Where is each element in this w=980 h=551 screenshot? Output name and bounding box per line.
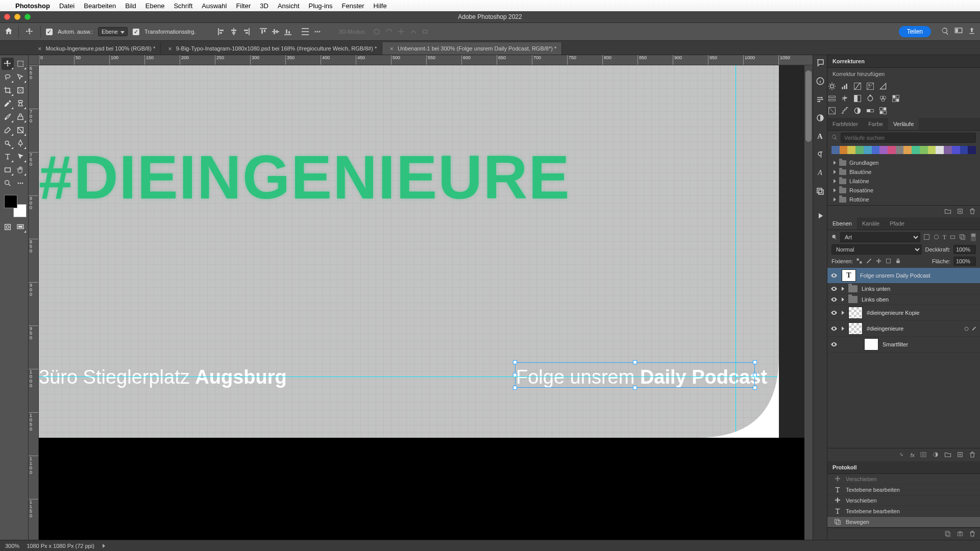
zoom-tool[interactable] [2, 177, 14, 189]
gradient-swatch[interactable] [864, 146, 872, 154]
eyedropper-tool[interactable] [2, 97, 14, 110]
gradient-swatch[interactable] [968, 146, 976, 154]
snapshot-icon[interactable] [957, 530, 964, 538]
gradient-folder-item[interactable]: Grundlagen [829, 158, 978, 167]
rectangle-tool[interactable] [2, 164, 14, 176]
gradient-swatch[interactable] [831, 146, 840, 154]
status-menu-chevron-icon[interactable] [103, 544, 105, 548]
chevron-icon[interactable] [842, 297, 844, 302]
layer-visibility-icon[interactable] [830, 286, 838, 291]
new-group-icon[interactable] [944, 451, 951, 459]
close-tab-icon[interactable]: × [38, 45, 42, 53]
path-selection-tool[interactable] [15, 151, 27, 163]
gradient-swatch[interactable] [872, 146, 880, 154]
gradient-swatch[interactable] [896, 146, 904, 154]
selective-color-icon[interactable] [878, 107, 888, 116]
document-tab[interactable]: × Mockup-Ingenieure.psd bei 100% (RGB/8)… [31, 42, 161, 55]
new-item-icon[interactable] [957, 208, 964, 216]
layer-visibility-icon[interactable] [830, 326, 838, 331]
photo-filter-icon[interactable] [866, 94, 875, 104]
screen-mode-tool[interactable] [15, 221, 27, 233]
tab-ebenen[interactable]: Ebenen [827, 217, 857, 230]
tab-kanaele[interactable]: Kanäle [857, 217, 885, 230]
paragraph-panel-icon[interactable] [816, 150, 825, 159]
transform-controls-checkbox[interactable] [133, 29, 139, 35]
character-panel-icon[interactable]: A [816, 132, 825, 141]
invert-icon[interactable] [827, 107, 837, 116]
tab-farbe[interactable]: Farbe [863, 118, 888, 130]
healing-brush-tool[interactable] [15, 97, 27, 110]
horizontal-guide[interactable] [39, 377, 779, 377]
filter-adjustment-icon[interactable] [933, 234, 940, 241]
vibrance-icon[interactable] [878, 82, 888, 91]
new-layer-icon[interactable] [957, 451, 964, 459]
search-icon[interactable] [941, 27, 949, 36]
chevron-icon[interactable] [842, 311, 844, 315]
filter-smart-icon[interactable] [959, 234, 966, 241]
brush-tool[interactable] [2, 111, 14, 123]
zoom-level[interactable]: 300% [5, 543, 19, 549]
gradient-swatch[interactable] [840, 146, 848, 154]
history-item[interactable]: Textebene bearbeiten [827, 506, 980, 517]
layer-kind-filter[interactable]: Art [840, 232, 920, 242]
link-layers-icon[interactable] [898, 451, 905, 459]
pen-tool[interactable] [15, 137, 27, 149]
vertical-ruler[interactable]: 6507007508008509009501000105011001150 [29, 65, 39, 540]
document-tab[interactable]: × 9-Big-Typo-Instagram-1080x1080.psd bei… [161, 42, 382, 55]
trash-icon[interactable] [969, 208, 976, 216]
history-item[interactable]: Bewegen [827, 517, 980, 528]
close-tab-icon[interactable]: × [168, 45, 172, 53]
align-right-icon[interactable] [240, 26, 252, 37]
auto-select-checkbox[interactable] [46, 29, 53, 35]
gradient-folder-item[interactable]: Rosatöne [829, 186, 978, 195]
gradient-tool[interactable] [15, 124, 27, 136]
export-icon[interactable] [968, 27, 976, 36]
create-document-icon[interactable] [944, 530, 951, 538]
gradient-swatch[interactable] [944, 146, 952, 154]
filter-shape-icon[interactable] [949, 234, 956, 241]
align-hcenter-icon[interactable] [228, 26, 239, 37]
document-tab[interactable]: × Unbenannt-1 bei 300% (Folge unsrem Dai… [382, 42, 562, 55]
layer-visibility-icon[interactable] [830, 310, 838, 315]
menu-plugins[interactable]: Plug-ins [309, 2, 333, 10]
vertical-scrollbar[interactable] [804, 65, 813, 540]
menu-bild[interactable]: Bild [125, 2, 136, 10]
gradient-folder-item[interactable]: Blautöne [829, 167, 978, 177]
gradient-swatch[interactable] [960, 146, 968, 154]
trash-icon[interactable] [969, 530, 976, 538]
auto-select-dropdown[interactable]: Ebene [98, 27, 128, 36]
crop-tool[interactable] [2, 84, 14, 96]
headline-text[interactable]: #DIEINGENIEURE [39, 142, 571, 212]
channel-mixer-icon[interactable] [878, 94, 888, 104]
artboard[interactable]: #DIEINGENIEURE 3üro Stieglerplatz Augsbu… [39, 65, 779, 438]
align-top-icon[interactable] [258, 26, 269, 37]
threshold-icon[interactable] [853, 107, 862, 116]
gradient-swatch[interactable] [879, 146, 888, 154]
filter-type-icon[interactable]: T [943, 234, 946, 241]
glyphs-panel-icon[interactable]: A [816, 168, 825, 178]
menu-ebene[interactable]: Ebene [145, 2, 165, 10]
align-bottom-icon[interactable] [282, 26, 293, 37]
gradient-swatch[interactable] [903, 146, 912, 154]
align-vcenter-icon[interactable] [270, 26, 281, 37]
app-name[interactable]: Photoshop [15, 2, 50, 10]
gradient-swatch[interactable] [920, 146, 928, 154]
lock-position-icon[interactable] [875, 258, 882, 265]
adjustments-panel-icon[interactable] [816, 113, 825, 122]
bottom-left-text[interactable]: 3üro Stieglerplatz Augsburg [39, 366, 287, 388]
quick-selection-tool[interactable] [15, 71, 27, 83]
menu-schrift[interactable]: Schrift [174, 2, 192, 10]
gradient-map-icon[interactable] [866, 107, 875, 116]
home-button[interactable] [4, 27, 13, 37]
layer-item[interactable]: Links oben [827, 294, 980, 305]
menu-fenster[interactable]: Fenster [342, 2, 364, 10]
color-swatches[interactable] [4, 195, 27, 217]
gradient-swatch[interactable] [912, 146, 920, 154]
close-tab-icon[interactable]: × [389, 45, 394, 53]
fill-input[interactable] [953, 257, 976, 266]
marquee-tool[interactable] [15, 58, 27, 70]
lock-transparency-icon[interactable] [856, 258, 863, 265]
layer-item[interactable]: TFolge unsrem Daily Podcast [827, 268, 980, 284]
gradient-swatch[interactable] [952, 146, 960, 154]
opacity-input[interactable] [953, 245, 976, 254]
